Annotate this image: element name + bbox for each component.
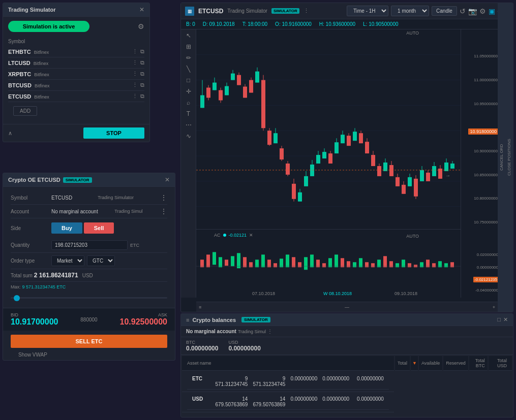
symbol-name-etcusd: ETCUSD: [8, 93, 31, 100]
spread-section: 880000: [80, 316, 97, 322]
col-filter-icon[interactable]: ▼: [411, 356, 418, 371]
oe-account-menu-icon[interactable]: ⋮: [160, 207, 167, 215]
cancel-ord-sidebar[interactable]: CANCEL ORD: [498, 3, 505, 312]
svg-rect-64: [365, 142, 369, 153]
oe-symbol-name: ETCUSD: [51, 195, 72, 201]
gtc-select[interactable]: GTC IOC: [87, 255, 115, 266]
chart-zoom-out[interactable]: —: [345, 305, 349, 310]
timeframe-select[interactable]: Time - 1H: [347, 6, 388, 16]
symbol-section: Symbol ETHBTC Bitfinex ⋮ ⧉ LTCUSD Bitfin…: [3, 36, 149, 124]
symbol-menu-icon-btcusd[interactable]: ⋮: [132, 82, 138, 88]
trading-simulator-close[interactable]: ✕: [139, 6, 144, 13]
gear-icon[interactable]: ⚙: [138, 22, 144, 30]
svg-rect-128: [396, 263, 399, 267]
symbol-link-icon-ethbtc[interactable]: ⧉: [140, 48, 144, 55]
svg-rect-16: [219, 90, 223, 101]
svg-rect-54: [335, 142, 339, 153]
candle-type-button[interactable]: Candle: [432, 6, 457, 16]
balances-panel: ≡ Crypto balances SIMULATOR □ ✕ No margi…: [180, 313, 513, 417]
oe-simulator-badge: SIMULATOR: [63, 177, 92, 183]
order-type-select[interactable]: Market Limit: [51, 255, 84, 266]
symbol-menu-icon-ethbtc[interactable]: ⋮: [132, 48, 138, 55]
usd-total: 14 679.50763869: [213, 394, 250, 410]
symbol-header: Symbol: [8, 39, 144, 44]
simulation-active-button[interactable]: Simulation is active: [8, 21, 89, 32]
svg-text:→: →: [445, 173, 450, 178]
period-select[interactable]: 1 month: [391, 6, 429, 16]
symbol-menu-icon-ltcusd[interactable]: ⋮: [132, 59, 138, 66]
balances-menu-icon[interactable]: ≡: [186, 317, 189, 323]
indicator-price-mid: 0.00000000: [477, 265, 498, 270]
screenshot-icon[interactable]: 📷: [468, 7, 477, 15]
svg-rect-30: [261, 80, 265, 128]
toolbar-zoom-icon[interactable]: ⌕: [187, 99, 190, 106]
toolbar-cursor-icon[interactable]: ↖: [186, 32, 191, 39]
ohlc-t: T: 18:00:00: [242, 21, 267, 27]
sell-button[interactable]: Sell: [84, 222, 114, 234]
etc-total-usd: 0.00000000: [352, 374, 389, 390]
btc-amount: 0.00000000: [186, 345, 218, 352]
svg-rect-36: [280, 148, 284, 159]
toolbar-layers-icon[interactable]: ⊞: [186, 43, 191, 50]
svg-rect-78: [408, 177, 412, 186]
asset-usd: USD: [187, 394, 213, 410]
symbol-menu-icon-xrpbtc[interactable]: ⋮: [132, 71, 138, 77]
stop-button[interactable]: STOP: [83, 127, 144, 139]
chart-main-area[interactable]: →: [196, 29, 461, 298]
toolbar-line-icon[interactable]: ╲: [187, 66, 190, 73]
symbol-name-xrpbtc: XRPBTC: [8, 71, 31, 77]
svg-rect-97: [206, 254, 210, 267]
quantity-input[interactable]: [51, 240, 128, 250]
chart-zoom-in[interactable]: +: [493, 305, 495, 310]
usd-label: USD: [228, 340, 260, 345]
chart-list-icon[interactable]: ≡: [199, 305, 201, 310]
order-type-row: Order type Market Limit GTC IOC: [11, 253, 167, 269]
toolbar-indicator-icon[interactable]: ∿: [186, 133, 191, 140]
buy-button[interactable]: Buy: [51, 222, 82, 234]
symbol-link-icon-etcusd[interactable]: ⧉: [140, 93, 144, 100]
svg-rect-20: [231, 74, 235, 80]
chart-dots-menu[interactable]: ⋮: [303, 8, 309, 14]
col-asset-name: Asset name: [182, 356, 394, 371]
balances-minimize[interactable]: □: [497, 316, 501, 323]
svg-rect-32: [267, 131, 271, 145]
current-price-label: 10.91800000: [468, 128, 498, 135]
quantity-slider[interactable]: [11, 297, 167, 299]
oe-symbol-exchange: Trading Simulator: [98, 195, 134, 200]
oe-symbol-menu-icon[interactable]: ⋮: [160, 193, 167, 202]
symbol-link-icon-btcusd[interactable]: ⧉: [140, 82, 144, 88]
symbol-name-ltcusd: LTCUSD: [8, 60, 31, 66]
symbol-exchange-etcusd: Bitfinex: [34, 94, 49, 100]
chart-body: ↖ ⊞ ✏ ╲ □ ✛ ⌕ T ⋯ ∿: [181, 29, 513, 298]
symbol-row-btcusd: BTCUSD Bitfinex ⋮ ⧉: [8, 80, 144, 91]
symbol-icons-ethbtc: ⋮ ⧉: [132, 48, 144, 55]
sell-etc-button[interactable]: SELL ETC: [11, 335, 167, 348]
symbol-menu-icon-etcusd[interactable]: ⋮: [132, 93, 138, 100]
oe-account-label: Account: [11, 209, 51, 214]
toolbar-measure-icon[interactable]: ⋯: [186, 121, 192, 128]
svg-rect-130: [408, 263, 411, 267]
crypto-oe-body: Symbol ETCUSD Trading Simulator ⋮ Accoun…: [3, 187, 175, 308]
toolbar-rect-icon[interactable]: □: [187, 77, 190, 84]
settings-icon[interactable]: ⚙: [479, 7, 486, 15]
col-available: Available: [419, 356, 442, 371]
balances-close[interactable]: ✕: [503, 316, 508, 323]
ask-value: 10.92500000: [120, 317, 167, 327]
toolbar-cross-icon[interactable]: ✛: [186, 88, 191, 95]
refresh-icon[interactable]: ↺: [460, 7, 466, 15]
svg-rect-44: [304, 176, 308, 186]
close-positions-sidebar[interactable]: CLOSE POSITIONS: [505, 3, 513, 312]
crypto-oe-close[interactable]: ✕: [165, 176, 170, 183]
balances-account-dots[interactable]: ⋮: [267, 329, 272, 334]
crypto-oe-header: Crypto OE ETCUSD SIMULATOR ✕: [3, 173, 175, 187]
show-vwap-label: Show VWAP: [11, 350, 167, 360]
toolbar-pen-icon[interactable]: ✏: [186, 54, 191, 61]
toolbar-text-icon[interactable]: T: [187, 110, 190, 117]
symbol-link-icon-ltcusd[interactable]: ⧉: [140, 59, 144, 66]
chart-active-icon[interactable]: ▣: [489, 7, 495, 15]
symbol-link-icon-xrpbtc[interactable]: ⧉: [140, 71, 144, 77]
collapse-icon[interactable]: ∧: [8, 130, 12, 137]
add-symbol-button[interactable]: ADD: [13, 106, 37, 116]
symbol-exchange-btcusd: Bitfinex: [35, 83, 50, 88]
indicator-close-icon[interactable]: ✕: [249, 233, 253, 238]
